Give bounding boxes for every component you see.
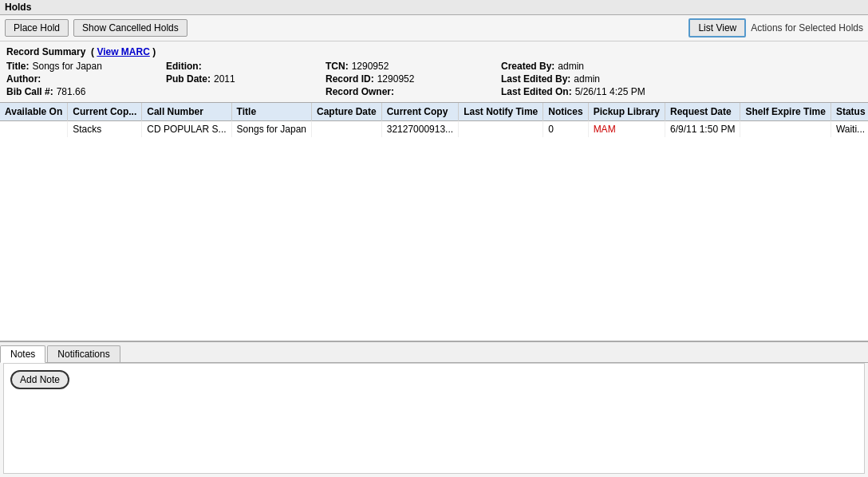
col-current-copy2[interactable]: Current Copy — [381, 103, 458, 121]
cell-last-notify-time — [459, 121, 543, 138]
tab-notifications[interactable]: Notifications — [47, 345, 120, 362]
holds-grid-container[interactable]: Available On Current Cop... Call Number … — [0, 103, 868, 341]
bottom-panel: Notes Notifications Add Note — [0, 341, 868, 477]
author-row: Author: — [6, 73, 166, 85]
bib-call-label: Bib Call #: — [6, 86, 53, 97]
col-request-date[interactable]: Request Date — [665, 103, 740, 121]
toolbar-left: Place Hold Show Cancelled Holds — [5, 19, 187, 37]
cell-call-number: CD POPULAR S... — [142, 121, 231, 138]
field-group-1: Title: Songs for Japan Author: Bib Call … — [6, 61, 166, 97]
edition-label: Edition: — [166, 61, 202, 72]
record-summary: Record Summary ( View MARC ) Title: Song… — [0, 41, 868, 103]
cell-capture-date — [312, 121, 382, 138]
created-by-value: admin — [558, 61, 584, 72]
tcn-label: TCN: — [326, 61, 349, 72]
main-container: Holds Place Hold Show Cancelled Holds Li… — [0, 0, 868, 477]
pub-date-value: 2011 — [214, 73, 235, 85]
header-bar: Holds — [0, 0, 868, 15]
record-id-row: Record ID: 1290952 — [326, 73, 501, 85]
created-by-row: Created By: admin — [501, 61, 692, 72]
field-group-3: TCN: 1290952 Record ID: 1290952 Record O… — [326, 61, 501, 97]
field-group-2: Edition: Pub Date: 2011 — [166, 61, 326, 97]
table-header-row: Available On Current Cop... Call Number … — [0, 103, 868, 121]
pub-date-label: Pub Date: — [166, 73, 211, 85]
record-id-label: Record ID: — [326, 73, 374, 85]
toolbar: Place Hold Show Cancelled Holds List Vie… — [0, 15, 868, 41]
record-summary-heading: Record Summary ( View MARC ) — [6, 46, 862, 57]
col-pickup-library[interactable]: Pickup Library — [588, 103, 665, 121]
last-edited-by-label: Last Edited By: — [501, 73, 570, 85]
header-title: Holds — [5, 2, 31, 13]
record-id-value: 1290952 — [377, 73, 415, 85]
cell-current-copy2: 32127000913... — [381, 121, 458, 138]
title-label: Title: — [6, 61, 29, 72]
tcn-value: 1290952 — [352, 61, 389, 72]
bib-call-row: Bib Call #: 781.66 — [6, 86, 166, 97]
cell-title: Songs for Japan — [231, 121, 311, 138]
last-edited-by-row: Last Edited By: admin — [501, 73, 692, 85]
created-by-label: Created By: — [501, 61, 554, 72]
bib-call-value: 781.66 — [57, 86, 86, 97]
record-fields: Title: Songs for Japan Author: Bib Call … — [6, 61, 862, 97]
last-edited-on-label: Last Edited On: — [501, 86, 572, 97]
list-view-button[interactable]: List View — [688, 18, 746, 37]
col-call-number[interactable]: Call Number — [142, 103, 231, 121]
author-label: Author: — [6, 73, 41, 85]
col-status[interactable]: Status — [831, 103, 868, 121]
field-group-4: Created By: admin Last Edited By: admin … — [501, 61, 692, 97]
last-edited-on-value: 5/26/11 4:25 PM — [575, 86, 645, 97]
cell-pickup-library: MAM — [588, 121, 665, 138]
add-note-button[interactable]: Add Note — [10, 370, 69, 389]
cell-request-date: 6/9/11 1:50 PM — [665, 121, 740, 138]
tab-content-notes: Add Note — [3, 363, 865, 474]
cell-notices: 0 — [543, 121, 588, 138]
last-edited-by-value: admin — [574, 73, 600, 85]
last-edited-on-row: Last Edited On: 5/26/11 4:25 PM — [501, 86, 692, 97]
col-available-on[interactable]: Available On — [0, 103, 68, 121]
cell-current-copy: Stacks — [68, 121, 142, 138]
cell-available-on — [0, 121, 68, 138]
tcn-row: TCN: 1290952 — [326, 61, 501, 72]
place-hold-button[interactable]: Place Hold — [5, 19, 69, 37]
col-notices[interactable]: Notices — [543, 103, 588, 121]
col-last-notify-time[interactable]: Last Notify Time — [459, 103, 543, 121]
actions-label: Actions for Selected Holds — [751, 22, 863, 34]
col-shelf-expire-time[interactable]: Shelf Expire Time — [740, 103, 831, 121]
toolbar-right: List View Actions for Selected Holds — [688, 18, 863, 37]
record-owner-row: Record Owner: — [326, 86, 501, 97]
view-marc-link[interactable]: View MARC — [97, 46, 149, 57]
table-row[interactable]: Stacks CD POPULAR S... Songs for Japan 3… — [0, 121, 868, 138]
col-capture-date[interactable]: Capture Date — [312, 103, 382, 121]
cell-shelf-expire-time — [740, 121, 831, 138]
title-row: Title: Songs for Japan — [6, 61, 166, 72]
col-current-copy[interactable]: Current Cop... — [68, 103, 142, 121]
col-title[interactable]: Title — [231, 103, 311, 121]
tab-notes[interactable]: Notes — [0, 345, 45, 363]
pub-date-row: Pub Date: 2011 — [166, 73, 326, 85]
cell-status: Waiti... — [831, 121, 868, 138]
holds-table: Available On Current Cop... Call Number … — [0, 103, 868, 137]
tab-bar: Notes Notifications — [0, 342, 868, 363]
title-value: Songs for Japan — [32, 61, 101, 72]
show-cancelled-holds-button[interactable]: Show Cancelled Holds — [73, 19, 187, 37]
record-owner-label: Record Owner: — [326, 86, 394, 97]
edition-row: Edition: — [166, 61, 326, 72]
